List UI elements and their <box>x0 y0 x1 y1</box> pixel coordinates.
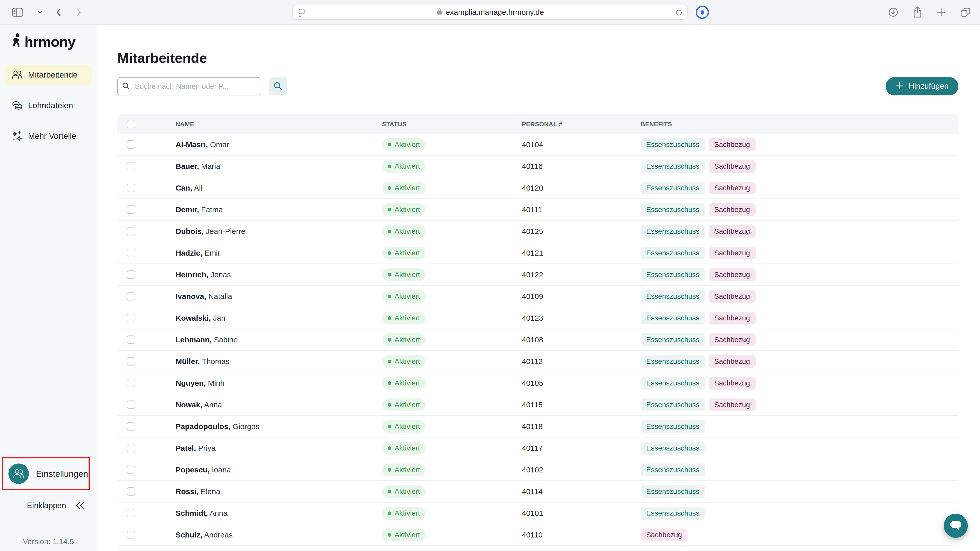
table-row[interactable]: Kowalski, Jan Aktiviert 40123 Essenszusc… <box>118 307 958 329</box>
table-row[interactable]: Lehmann, Sabine Aktiviert 40108 Essenszu… <box>118 329 958 351</box>
row-checkbox[interactable] <box>127 422 135 430</box>
row-checkbox[interactable] <box>127 444 135 452</box>
employee-benefits-cell: Essenszuschuss <box>641 485 958 498</box>
table-row[interactable]: Papadopoulos, Giorgos Aktiviert 40118 Es… <box>118 416 958 437</box>
table-row[interactable]: Ivanova, Natalia Aktiviert 40109 Essensz… <box>118 286 958 307</box>
table-row[interactable]: Can, Ali Aktiviert 40120 EssenszuschussS… <box>118 177 958 199</box>
benefit-badge-meal: Essenszuschuss <box>641 290 705 303</box>
table-row[interactable]: Al-Masri, Omar Aktiviert 40104 Essenszus… <box>118 134 958 156</box>
row-checkbox-cell <box>118 249 176 257</box>
row-checkbox[interactable] <box>127 292 135 300</box>
row-checkbox[interactable] <box>127 379 135 387</box>
row-checkbox[interactable] <box>127 140 135 149</box>
employee-name: Demir, Fatma <box>176 205 382 214</box>
table-row[interactable]: Heinrich, Jonas Aktiviert 40122 Essenszu… <box>118 264 958 286</box>
tab-overview-icon[interactable] <box>959 6 972 18</box>
back-icon[interactable] <box>54 7 63 17</box>
table-row[interactable]: Demir, Fatma Aktiviert 40111 Essenszusch… <box>118 199 958 221</box>
main-content: Mitarbeitende <box>97 25 980 551</box>
plus-icon <box>895 81 904 92</box>
browser-extension-icon[interactable] <box>696 6 709 19</box>
share-icon[interactable] <box>912 6 923 19</box>
search-input[interactable] <box>118 77 260 95</box>
row-checkbox[interactable] <box>127 162 135 170</box>
table-row[interactable]: Hadzic, Emir Aktiviert 40121 Essenszusch… <box>118 242 958 264</box>
employee-status-cell: Aktiviert <box>382 160 522 173</box>
row-checkbox[interactable] <box>127 270 135 279</box>
status-dot-icon <box>388 251 391 255</box>
search-button[interactable] <box>269 77 287 95</box>
page-settings-icon[interactable] <box>298 8 306 18</box>
employee-benefits-cell: EssenszuschussSachbezug <box>641 377 958 389</box>
sidebar-toggle-icon[interactable] <box>11 6 24 18</box>
table-row[interactable]: Nguyen, Minh Aktiviert 40105 Essenszusch… <box>118 372 958 394</box>
benefit-badge-meal: Essenszuschuss <box>641 182 705 194</box>
status-badge: Aktiviert <box>382 464 426 476</box>
employee-benefits-cell: EssenszuschussSachbezug <box>641 160 958 173</box>
status-badge: Aktiviert <box>382 529 426 541</box>
sidebar-item-mitarbeitende[interactable]: Mitarbeitende <box>5 65 92 85</box>
sidebar: hrmony Mitarbeitende <box>0 25 97 551</box>
row-checkbox[interactable] <box>127 205 135 214</box>
settings-avatar <box>8 464 29 484</box>
address-bar[interactable]: examplia.manage.hrmony.de <box>293 5 687 20</box>
reload-icon[interactable] <box>675 8 683 18</box>
table-row[interactable]: Müller, Thomas Aktiviert 40112 Essenszus… <box>118 351 958 372</box>
coins-icon <box>12 100 22 111</box>
row-checkbox[interactable] <box>127 184 135 192</box>
employee-name: Hadzic, Emir <box>176 249 382 257</box>
forward-icon[interactable] <box>74 7 83 17</box>
employee-status-cell: Aktiviert <box>382 333 522 346</box>
benefit-badge-meal: Essenszuschuss <box>641 377 705 389</box>
sidebar-item-lohndateien[interactable]: Lohndateien <box>5 95 92 115</box>
employee-status-cell: Aktiviert <box>382 203 522 216</box>
row-checkbox[interactable] <box>127 227 135 235</box>
add-button-label: Hinzufügen <box>908 82 948 91</box>
status-badge: Aktiviert <box>382 203 426 216</box>
table-row[interactable]: Bauer, Maria Aktiviert 40116 Essenszusch… <box>118 156 958 177</box>
collapse-sidebar-button[interactable]: Einklappen <box>27 501 85 510</box>
row-checkbox[interactable] <box>127 249 135 257</box>
table-row[interactable]: Schmidt, Anna Aktiviert 40101 Essenszusc… <box>118 503 958 524</box>
benefit-badge-inkind: Sachbezug <box>709 399 756 411</box>
benefit-badge-inkind: Sachbezug <box>709 312 756 324</box>
status-badge: Aktiviert <box>382 225 426 238</box>
row-checkbox[interactable] <box>127 487 135 495</box>
select-all-checkbox[interactable] <box>127 120 135 128</box>
sidebar-item-mehr-vorteile[interactable]: Mehr Vorteile <box>5 126 92 146</box>
benefit-badge-inkind: Sachbezug <box>709 160 756 173</box>
row-checkbox[interactable] <box>127 465 135 474</box>
version-label: Version: 1.14.5 <box>0 537 97 546</box>
sidebar-item-einstellungen[interactable]: Einstellungen <box>3 458 89 489</box>
table-row[interactable]: Dubois, Jean-Pierre Aktiviert 40125 Esse… <box>118 221 958 242</box>
benefit-badge-inkind: Sachbezug <box>709 182 756 194</box>
table-row[interactable]: Patel, Priya Aktiviert 40117 Essenszusch… <box>118 437 958 459</box>
column-header-personal: PERSONAL # <box>522 121 641 128</box>
table-row[interactable]: Popescu, Ioana Aktiviert 40102 Essenszus… <box>118 459 958 481</box>
controls-row: Hinzufügen <box>118 77 958 95</box>
employee-benefits-cell: EssenszuschussSachbezug <box>641 290 958 303</box>
row-checkbox[interactable] <box>127 357 135 365</box>
employee-name: Nguyen, Minh <box>176 379 382 387</box>
status-dot-icon <box>388 165 391 168</box>
row-checkbox[interactable] <box>127 509 135 517</box>
chat-widget-button[interactable] <box>944 514 968 538</box>
downloads-icon[interactable] <box>887 6 899 18</box>
row-checkbox-cell <box>118 487 176 495</box>
row-checkbox[interactable] <box>127 335 135 344</box>
employee-name: Dubois, Jean-Pierre <box>176 227 382 236</box>
row-checkbox[interactable] <box>127 314 135 322</box>
row-checkbox-cell <box>118 184 176 192</box>
table-row[interactable]: Nowak, Anna Aktiviert 40115 Essenszuschu… <box>118 394 958 416</box>
app-logo[interactable]: hrmony <box>0 25 97 49</box>
employee-personal-number: 40118 <box>522 422 641 431</box>
table-row[interactable]: Rossi, Elena Aktiviert 40114 Essenszusch… <box>118 481 958 503</box>
row-checkbox[interactable] <box>127 400 135 409</box>
employee-name: Ivanova, Natalia <box>176 292 382 301</box>
chevron-down-icon[interactable] <box>37 9 43 15</box>
status-dot-icon <box>388 425 391 428</box>
new-tab-icon[interactable] <box>935 6 947 18</box>
add-employee-button[interactable]: Hinzufügen <box>886 77 958 95</box>
table-row[interactable]: Schulz, Andreas Aktiviert 40110 Sachbezu… <box>118 524 958 546</box>
row-checkbox[interactable] <box>127 530 135 539</box>
